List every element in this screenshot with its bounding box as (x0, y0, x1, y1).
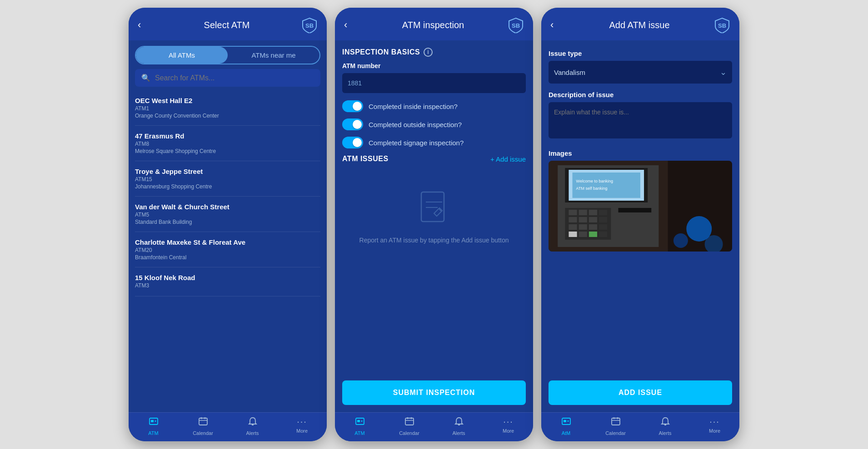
screen3-header: ‹ Add ATM issue SB (541, 8, 739, 40)
nav-label-more: More (503, 428, 514, 434)
nav-item-more[interactable]: ··· More (690, 416, 739, 436)
atm-item-name: Troye & Jeppe Street (135, 168, 320, 175)
toggle-signage[interactable]: Completed signage inspection? (342, 137, 526, 148)
toggle-inside[interactable]: Completed inside inspection? (342, 100, 526, 112)
atm-item-code: ATM8 (135, 141, 320, 147)
atm-item-code: ATM20 (135, 247, 320, 253)
atm-item-name: Van der Walt & Church Street (135, 203, 320, 211)
nav-item-calendar[interactable]: Calendar (178, 416, 228, 436)
atm-item-code: ATM15 (135, 176, 320, 183)
back-button[interactable]: ‹ (138, 19, 152, 31)
add-issue-button[interactable]: ADD ISSUE (549, 380, 732, 405)
nav-item-calendar[interactable]: Calendar (591, 416, 640, 436)
nav-item-atm[interactable]: ATM (335, 416, 384, 436)
submit-inspection-button[interactable]: SUBMIT INSPECTION (342, 380, 526, 405)
empty-issues-text: Report an ATM issue by tapping the Add i… (359, 236, 509, 245)
brand-shield-icon: SB (508, 17, 524, 33)
nav-item-more[interactable]: ··· More (484, 416, 533, 436)
toggle-inside-switch[interactable] (342, 100, 363, 112)
atm-item-code: ATM5 (135, 212, 320, 218)
tab-atms-near-me[interactable]: ATMs near me (228, 47, 319, 64)
list-item[interactable]: Charlotte Maxeke St & Floreat Ave ATM20 … (135, 232, 320, 267)
alerts-nav-icon (454, 416, 464, 429)
toggle-outside[interactable]: Completed outside inspection? (342, 118, 526, 130)
empty-issues-state: Report an ATM issue by tapping the Add i… (342, 170, 526, 263)
svg-point-25 (567, 420, 569, 422)
svg-text:SB: SB (718, 22, 726, 29)
atm-item-location: Braamfontein Central (135, 254, 320, 261)
nav-item-alerts[interactable]: Alerts (434, 416, 484, 436)
nav-label-atm: ATM (148, 430, 158, 436)
screen1-header: ‹ Select ATM SB (129, 8, 327, 40)
list-item[interactable]: Troye & Jeppe Street ATM15 Johannesburg … (135, 161, 320, 197)
alerts-nav-icon (660, 416, 670, 429)
svg-rect-10 (421, 192, 444, 222)
description-input[interactable] (549, 102, 732, 138)
atm-number-label: ATM number (342, 62, 526, 69)
svg-rect-4 (199, 418, 207, 425)
back-button[interactable]: ‹ (344, 19, 359, 31)
atm-item-name: 15 Kloof Nek Road (135, 274, 320, 281)
atm-item-location: Orange County Convention Center (135, 113, 320, 119)
list-item[interactable]: 15 Kloof Nek Road ATM3 (135, 267, 320, 296)
issue-form: Issue type Vandalism ⌄ Description of is… (541, 40, 739, 375)
calendar-nav-icon (404, 416, 414, 429)
nav-label-alerts: Alerts (658, 430, 671, 436)
atm-nav-icon (149, 416, 159, 429)
list-item[interactable]: OEC West Hall E2 ATM1 Orange County Conv… (135, 90, 320, 126)
chevron-down-icon: ⌄ (720, 67, 727, 77)
atm-image-canvas (549, 161, 732, 252)
list-item[interactable]: Van der Walt & Church Street ATM5 Standa… (135, 197, 320, 232)
search-input[interactable] (155, 74, 314, 82)
svg-rect-26 (612, 418, 620, 425)
more-nav-icon: ··· (297, 416, 307, 427)
nav-item-alerts[interactable]: Alerts (228, 416, 277, 436)
issue-type-dropdown[interactable]: Vandalism ⌄ (549, 61, 732, 84)
nav-label-alerts: Alerts (452, 430, 465, 436)
search-icon: 🔍 (141, 74, 150, 82)
svg-point-16 (361, 420, 362, 422)
svg-text:SB: SB (512, 22, 520, 29)
atm-issues-title: ATM ISSUES (342, 155, 389, 163)
alerts-nav-icon (248, 416, 258, 429)
nav-item-more[interactable]: ··· More (277, 416, 327, 436)
nav-item-calendar[interactable]: Calendar (384, 416, 434, 436)
screen2-header: ‹ ATM inspection SB (335, 8, 533, 40)
info-icon[interactable]: i (424, 48, 433, 57)
atm-nav-icon (561, 416, 571, 429)
screen1-content: All ATMs ATMs near me 🔍 OEC West Hall E2… (129, 40, 327, 412)
bottom-nav: ATM Calendar Alerts ··· More (129, 412, 327, 441)
screen-select-atm: ‹ Select ATM SB All ATMs ATMs near me 🔍 … (129, 8, 327, 441)
list-item[interactable]: 47 Erasmus Rd ATM8 Melrose Square Shoppi… (135, 126, 320, 161)
inspection-scroll: INSPECTION BASICS i ATM number 1881 Comp… (335, 40, 533, 375)
atm-item-location: Standard Bank Building (135, 219, 320, 225)
nav-item-atm[interactable]: ATM (129, 416, 178, 436)
screen3-content: Issue type Vandalism ⌄ Description of is… (541, 40, 739, 412)
nav-label-calendar: Calendar (193, 430, 213, 436)
toggle-signage-label: Completed signage inspection? (369, 139, 464, 147)
calendar-nav-icon (198, 416, 208, 429)
svg-rect-2 (151, 420, 154, 422)
atm-image (549, 161, 732, 252)
back-button[interactable]: ‹ (550, 19, 565, 31)
add-issue-button[interactable]: + Add issue (490, 155, 526, 163)
empty-notepad-icon (416, 188, 452, 229)
nav-label-more: More (296, 428, 308, 434)
toggle-signage-switch[interactable] (342, 137, 363, 148)
atm-item-location: Johannesburg Shopping Centre (135, 183, 320, 190)
tab-all-atms[interactable]: All ATMs (136, 47, 228, 64)
inspection-basics-title: INSPECTION BASICS i (342, 48, 526, 57)
brand-shield-icon: SB (301, 17, 318, 33)
atm-item-code: ATM3 (135, 282, 320, 289)
nav-label-more: More (709, 428, 720, 434)
brand-shield-icon: SB (714, 17, 730, 33)
bottom-nav: AtM Calendar Alerts ··· More (541, 412, 739, 441)
atm-number-input[interactable]: 1881 (342, 73, 526, 93)
nav-label-atm: AtM (562, 430, 571, 436)
issue-type-value: Vandalism (554, 69, 585, 76)
tab-row: All ATMs ATMs near me (135, 46, 320, 64)
nav-item-atm[interactable]: AtM (541, 416, 591, 436)
nav-item-alerts[interactable]: Alerts (640, 416, 690, 436)
toggle-outside-switch[interactable] (342, 118, 363, 130)
svg-rect-15 (357, 420, 360, 422)
